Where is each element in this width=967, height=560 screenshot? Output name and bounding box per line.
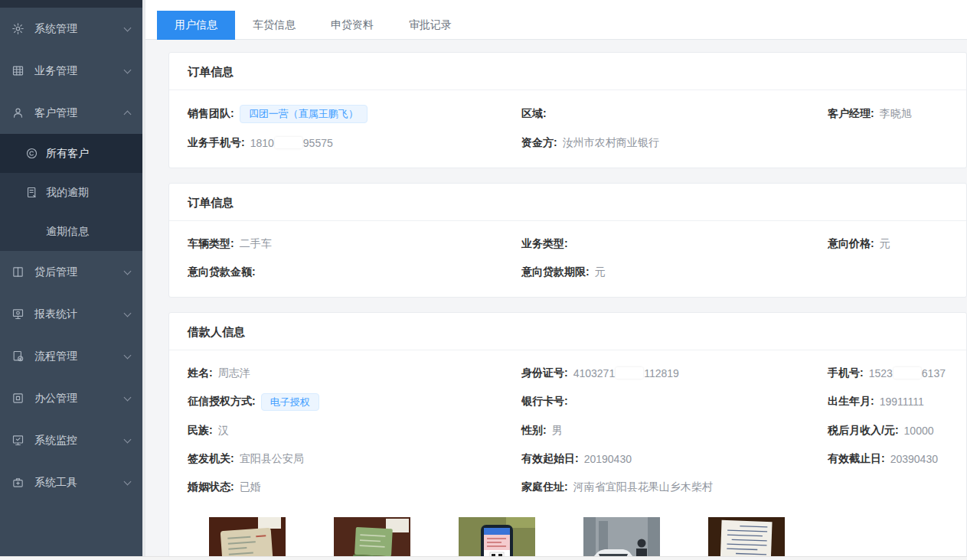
chevron-down-icon [124,351,132,359]
handwritten-doc-photo[interactable] [708,517,785,560]
sidebar-top-cutoff [0,0,142,8]
field-bank-card-number: 银行卡号: [521,393,828,410]
customer-management-submenu: 所有客户 我的逾期 逾期信息 [0,134,142,251]
id-card-photo[interactable] [209,517,286,560]
sidebar-item-label: 系统管理 [34,22,77,36]
field-marital-status: 婚姻状态: 已婚 [188,479,521,496]
workflow-icon [11,350,25,363]
field-region: 区域: [521,106,828,122]
book-icon [11,265,25,278]
user-icon [11,106,25,119]
photo-item: 征信授权 [459,517,535,560]
sidebar-item-process-management[interactable]: 流程管理 [0,335,142,377]
sidebar-item-label: 系统工具 [34,476,77,490]
field-id-number: 身份证号: 4103271112819 [521,365,828,382]
ledger-icon [25,186,38,199]
field-mobile-number: 手机号: 15236137 [828,365,948,382]
chart-monitor-icon [11,308,25,321]
field-credit-auth-method: 征信授权方式: 电子授权 [188,393,521,412]
field-business-phone: 业务手机号: 181095575 [188,135,521,151]
chevron-down-icon [124,309,132,317]
redaction-patch [893,367,921,379]
field-monthly-income: 税后月收入/元: 10000 [828,422,948,439]
chevron-down-icon [124,435,132,443]
card-title: 订单信息 [169,53,966,90]
sidebar-item-label: 办公管理 [34,392,77,405]
chevron-down-icon [124,24,132,31]
photo-item: 其他材料 [708,517,785,560]
order-info-card-1: 订单信息 销售团队: 四团一营（直属王鹏飞） 区域: 客户经理: [168,52,967,168]
chevron-down-icon [124,267,132,275]
field-issuing-authority: 签发机关: 宜阳县公安局 [188,451,521,467]
field-funding-party: 资金方: 汝州市农村商业银行 [521,135,828,151]
sidebar-subitem-all-customers[interactable]: 所有客户 [0,134,142,173]
app-window: 系统管理 业务管理 客户管理 所有客户 [0,0,967,560]
field-birth-date: 出生年月: 19911111 [828,393,948,410]
sidebar-item-label: 系统监控 [34,434,77,448]
sidebar-item-label: 流程管理 [34,350,77,363]
sidebar-item-label: 贷后管理 [34,265,77,279]
tab-approval-records[interactable]: 审批记录 [391,11,469,40]
sidebar-subitem-label: 所有客户 [46,147,89,161]
sidebar-item-business-management[interactable]: 业务管理 [0,50,142,92]
tab-car-loan-info[interactable]: 车贷信息 [235,11,313,40]
sidebar-item-customer-management[interactable]: 客户管理 [0,92,142,134]
detail-tab-bar: 用户信息 车贷信息 申贷资料 审批记录 [145,0,967,40]
card-title: 订单信息 [169,184,966,221]
sidebar-subitem-my-overdue[interactable]: 我的逾期 [0,173,142,212]
sidebar-item-system-management[interactable]: 系统管理 [0,8,142,50]
toolbox-icon [11,476,25,489]
field-sales-team: 销售团队: 四团一营（直属王鹏飞） [188,105,521,123]
sidebar: 系统管理 业务管理 客户管理 所有客户 [0,0,142,556]
sales-team-tag: 四团一营（直属王鹏飞） [240,105,368,123]
grid-icon [11,64,25,77]
credit-auth-tag: 电子授权 [261,393,319,412]
chevron-up-icon [124,111,132,119]
sidebar-item-label: 客户管理 [34,106,77,120]
field-intended-price: 意向价格: 元 [828,236,948,252]
cards-container: 订单信息 销售团队: 四团一营（直属王鹏飞） 区域: 客户经理: [145,40,967,560]
field-ethnicity: 民族: 汉 [188,422,521,439]
horizontal-scrollbar-track[interactable] [0,556,967,560]
main-content: 用户信息 车贷信息 申贷资料 审批记录 订单信息 销售团队: 四 [142,0,967,560]
sidebar-item-system-monitor[interactable]: 系统监控 [0,419,142,461]
borrower-info-card: 借款人信息 姓名: 周志洋 身份证号: 4103271112819 [168,312,967,560]
field-intended-loan-term: 意向贷款期限: 元 [521,264,828,281]
sidebar-item-report-statistics[interactable]: 报表统计 [0,293,142,335]
field-gender: 性别: 男 [521,422,828,439]
tab-loan-application-docs[interactable]: 申贷资料 [313,11,391,40]
chevron-down-icon [124,393,132,401]
sidebar-subitem-overdue-info[interactable]: 逾期信息 [0,212,142,251]
green-booklet-photo[interactable] [334,517,410,560]
car-person-photo[interactable] [583,517,660,560]
field-account-manager: 客户经理: 李晓旭 [828,106,948,122]
phone-qr-photo[interactable] [459,517,535,560]
field-intended-loan-amount: 意向贷款金额: [188,264,521,281]
field-home-address: 家庭住址: 河南省宜阳县花果山乡木柴村 [521,479,828,496]
sidebar-subitem-label: 逾期信息 [46,225,89,239]
gear-icon [11,22,25,35]
field-business-type: 业务类型: [521,236,828,252]
tab-user-info[interactable]: 用户信息 [157,11,235,40]
customer-icon [25,147,38,160]
document-photos-row: 身份证 [188,507,948,560]
chevron-down-icon [124,477,132,485]
sidebar-item-system-tools[interactable]: 系统工具 [0,461,142,503]
redaction-patch [275,137,302,148]
order-info-card-2: 订单信息 车辆类型: 二手车 业务类型: 意向价格: 元 [168,183,967,298]
photo-item: 身份证 [209,517,286,560]
redaction-patch [616,367,643,379]
sidebar-item-postloan-management[interactable]: 贷后管理 [0,251,142,293]
chevron-down-icon [124,66,132,73]
sidebar-subitem-label: 我的逾期 [46,186,89,200]
office-icon [11,392,25,405]
field-vehicle-type: 车辆类型: 二手车 [188,236,521,252]
monitor-check-icon [11,434,25,447]
sidebar-item-office-management[interactable]: 办公管理 [0,377,142,419]
photo-item: 人车合影 [583,517,660,560]
sidebar-item-label: 业务管理 [34,64,77,78]
card-title: 借款人信息 [169,313,966,350]
field-valid-from: 有效起始日: 20190430 [521,451,828,467]
photo-item: 驾驶证正副页 [334,517,410,560]
sidebar-item-label: 报表统计 [34,308,77,321]
